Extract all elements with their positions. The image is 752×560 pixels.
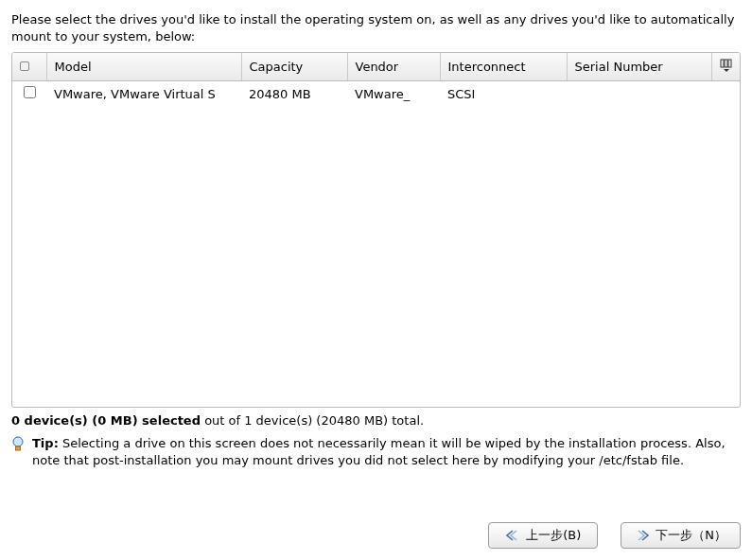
back-label: 上一步(B)	[526, 527, 581, 544]
cell-serial	[567, 81, 711, 107]
svg-rect-2	[728, 60, 731, 67]
next-button[interactable]: 下一步（N）	[621, 522, 741, 549]
selection-total: out of 1 device(s) (20480 MB) total.	[201, 413, 424, 428]
selection-summary: 0 device(s) (0 MB) selected out of 1 dev…	[11, 413, 741, 428]
instruction-text: Please select the drives you'd like to i…	[11, 11, 741, 44]
header-interconnect[interactable]: Interconnect	[440, 53, 567, 81]
header-check[interactable]	[12, 53, 46, 81]
header-serial[interactable]: Serial Number	[567, 53, 711, 81]
tip-row: Tip: Selecting a drive on this screen do…	[11, 435, 741, 468]
drive-table-container: Model Capacity Vendor Interconnect Seria…	[11, 52, 741, 408]
back-button[interactable]: 上一步(B)	[488, 522, 598, 549]
arrow-left-icon	[505, 529, 520, 542]
svg-rect-1	[725, 60, 727, 67]
nav-button-row: 上一步(B) 下一步（N）	[11, 503, 741, 549]
header-vendor[interactable]: Vendor	[347, 53, 440, 81]
drive-checkbox[interactable]	[24, 86, 36, 98]
header-check-icon	[20, 61, 29, 71]
drive-table: Model Capacity Vendor Interconnect Seria…	[12, 53, 740, 106]
cell-vendor: VMware_	[347, 81, 440, 107]
cell-model: VMware, VMware Virtual S	[46, 81, 241, 107]
cell-interconnect: SCSI	[440, 81, 567, 107]
lightbulb-icon	[11, 435, 25, 453]
svg-rect-4	[16, 446, 21, 450]
header-menu[interactable]	[711, 53, 740, 81]
next-label: 下一步（N）	[656, 527, 726, 544]
header-capacity[interactable]: Capacity	[241, 53, 347, 81]
selection-count: 0 device(s) (0 MB) selected	[11, 413, 201, 428]
tip-label: Tip:	[32, 436, 59, 450]
header-row: Model Capacity Vendor Interconnect Seria…	[12, 53, 740, 81]
cell-capacity: 20480 MB	[241, 81, 347, 107]
svg-point-3	[13, 437, 23, 446]
tip-text: Tip: Selecting a drive on this screen do…	[32, 435, 741, 468]
table-row[interactable]: VMware, VMware Virtual S 20480 MB VMware…	[12, 81, 740, 107]
column-chooser-icon	[720, 59, 733, 72]
header-model[interactable]: Model	[46, 53, 241, 81]
arrow-right-icon	[635, 529, 650, 542]
tip-body: Selecting a drive on this screen does no…	[32, 436, 726, 467]
svg-rect-0	[721, 60, 724, 67]
